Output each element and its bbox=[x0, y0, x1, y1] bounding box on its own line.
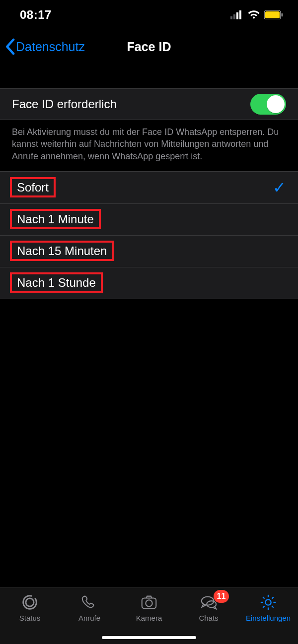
status-icon bbox=[20, 593, 40, 612]
nav-bar: Datenschutz Face ID bbox=[0, 30, 298, 64]
lock-option-row[interactable]: Nach 1 Stunde bbox=[0, 267, 298, 299]
lock-option-row[interactable]: Sofort✓ bbox=[0, 172, 298, 203]
phone-icon bbox=[79, 593, 99, 612]
svg-rect-3 bbox=[239, 10, 241, 19]
status-right bbox=[230, 10, 283, 20]
tab-bar: Status Anrufe Kamera 11 Chats Einstellun… bbox=[0, 587, 298, 644]
svg-line-18 bbox=[263, 597, 264, 598]
tab-status[interactable]: Status bbox=[0, 593, 60, 622]
svg-line-19 bbox=[272, 606, 273, 607]
tab-camera-label: Kamera bbox=[136, 614, 162, 622]
tab-calls-label: Anrufe bbox=[78, 614, 100, 622]
faceid-require-row[interactable]: Face ID erforderlich bbox=[0, 89, 298, 120]
page-title: Face ID bbox=[127, 40, 171, 54]
camera-icon bbox=[139, 593, 159, 612]
chevron-left-icon bbox=[5, 38, 15, 55]
svg-line-21 bbox=[263, 606, 264, 607]
svg-point-13 bbox=[265, 599, 271, 605]
battery-icon bbox=[264, 10, 283, 19]
tab-chats[interactable]: 11 Chats bbox=[179, 593, 238, 622]
back-button[interactable]: Datenschutz bbox=[5, 30, 85, 64]
lock-options-group: Sofort✓Nach 1 MinuteNach 15 MinutenNach … bbox=[0, 171, 298, 299]
tab-camera[interactable]: Kamera bbox=[119, 593, 179, 622]
back-label: Datenschutz bbox=[16, 40, 85, 54]
lock-option-row[interactable]: Nach 1 Minute bbox=[0, 203, 298, 235]
svg-rect-1 bbox=[233, 14, 235, 19]
status-time: 08:17 bbox=[20, 8, 52, 22]
svg-rect-0 bbox=[230, 16, 232, 19]
home-indicator[interactable] bbox=[102, 636, 196, 639]
faceid-require-toggle[interactable] bbox=[250, 94, 286, 115]
status-bar: 08:17 bbox=[0, 0, 298, 30]
faceid-require-group: Face ID erforderlich bbox=[0, 88, 298, 120]
lock-option-label: Nach 15 Minuten bbox=[10, 241, 114, 261]
lock-option-row[interactable]: Nach 15 Minuten bbox=[0, 235, 298, 267]
tab-settings-label: Einstellungen bbox=[246, 614, 291, 622]
tab-status-label: Status bbox=[19, 614, 41, 622]
wifi-icon bbox=[247, 10, 260, 20]
lock-option-label: Nach 1 Stunde bbox=[10, 272, 103, 293]
spacer bbox=[0, 64, 298, 88]
check-icon: ✓ bbox=[273, 178, 286, 197]
faceid-require-label: Face ID erforderlich bbox=[12, 97, 117, 111]
svg-point-8 bbox=[26, 598, 34, 606]
svg-rect-6 bbox=[282, 13, 283, 17]
tab-chats-label: Chats bbox=[199, 614, 218, 622]
svg-point-10 bbox=[146, 600, 152, 606]
svg-rect-5 bbox=[265, 11, 280, 18]
lock-option-label: Nach 1 Minute bbox=[10, 209, 101, 229]
tab-calls[interactable]: Anrufe bbox=[60, 593, 119, 622]
svg-line-20 bbox=[272, 597, 273, 598]
chats-badge: 11 bbox=[214, 590, 229, 603]
tab-settings[interactable]: Einstellungen bbox=[238, 593, 298, 622]
signal-icon bbox=[230, 10, 243, 19]
svg-rect-2 bbox=[236, 12, 238, 19]
faceid-footer-text: Bei Aktivierung musst du mit der Face ID… bbox=[0, 120, 298, 171]
gear-icon bbox=[258, 593, 278, 612]
lock-option-label: Sofort bbox=[10, 177, 56, 197]
